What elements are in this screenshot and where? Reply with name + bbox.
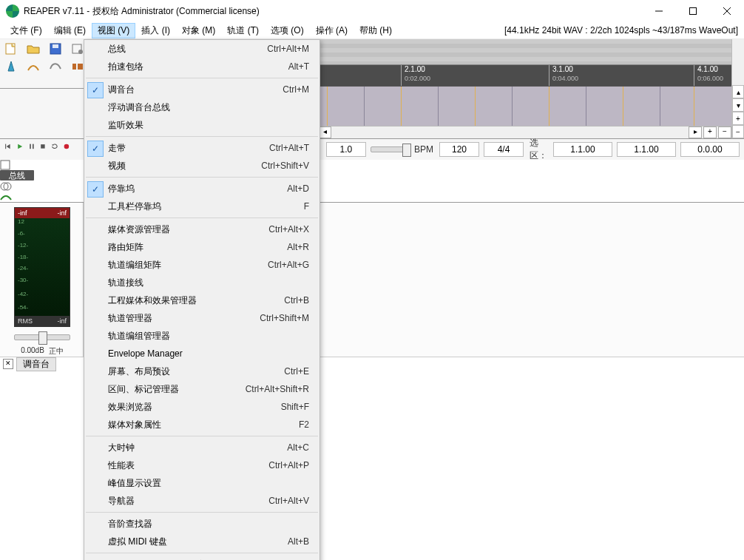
save-project-icon[interactable] xyxy=(49,42,64,57)
rate-slider[interactable] xyxy=(371,146,408,152)
menu-item[interactable]: 工程媒体和效果管理器Ctrl+B xyxy=(84,291,319,309)
close-tab-icon[interactable]: ✕ xyxy=(3,359,13,369)
menu-item-shortcut: Ctrl+E xyxy=(284,366,309,377)
new-project-icon[interactable] xyxy=(4,42,19,57)
menu-item[interactable]: ✓走带Ctrl+Alt+T xyxy=(84,139,319,157)
menu-item[interactable]: 性能表Ctrl+Alt+P xyxy=(84,456,319,474)
menu-item[interactable]: 监听效果 xyxy=(84,116,319,134)
menu-item[interactable]: 浮动调音台总线 xyxy=(84,98,319,116)
menu-item-label: 调音台 xyxy=(108,84,283,96)
master-meter: -inf-inf 12 -6- -12- -18- -24- -30- -42-… xyxy=(14,207,70,327)
menu-item[interactable]: 效果浏览器Shift+F xyxy=(84,398,319,416)
menu-options[interactable]: 选项 (O) xyxy=(265,23,310,38)
view-menu-dropdown: 总线Ctrl+Alt+M拍速包络Alt+T✓调音台Ctrl+M浮动调音台总线监听… xyxy=(84,39,320,560)
selection-length[interactable]: 0.0.00 xyxy=(680,142,740,157)
svg-rect-12 xyxy=(30,144,31,149)
minimize-button[interactable] xyxy=(642,0,676,22)
zoom-out-v-icon[interactable]: − xyxy=(732,125,744,138)
loop-button[interactable] xyxy=(51,143,58,156)
menu-item-label: 停靠坞 xyxy=(108,183,287,195)
check-icon: ✓ xyxy=(87,82,104,98)
pan-slider[interactable] xyxy=(14,334,70,340)
rewind-button[interactable] xyxy=(4,143,12,156)
master-label[interactable]: 总线 xyxy=(0,170,34,181)
menu-item-shortcut: Ctrl+Alt+P xyxy=(268,460,309,470)
menu-item[interactable]: ✓停靠坞Alt+D xyxy=(84,180,319,198)
menu-item-label: 工具栏停靠坞 xyxy=(108,200,304,213)
menu-file[interactable]: 文件 (F) xyxy=(4,23,48,38)
menu-view[interactable]: 视图 (V) xyxy=(92,23,135,38)
menu-item[interactable]: 音阶查找器 xyxy=(84,515,319,533)
menu-item[interactable]: ✓调音台Ctrl+M xyxy=(84,81,319,98)
selection-end[interactable]: 1.1.00 xyxy=(617,142,676,157)
mixer-tab[interactable]: 调音台 xyxy=(16,357,56,371)
menu-item[interactable]: 视频Ctrl+Shift+V xyxy=(84,157,319,175)
scroll-up-icon[interactable]: ▴ xyxy=(732,85,744,98)
metronome-icon[interactable] xyxy=(4,60,19,75)
menu-item-shortcut: Alt+R xyxy=(287,242,309,252)
menu-track[interactable]: 轨道 (T) xyxy=(221,23,265,38)
stop-button[interactable] xyxy=(39,143,47,156)
open-project-icon[interactable] xyxy=(27,42,41,57)
menu-edit[interactable]: 编辑 (E) xyxy=(48,23,92,38)
menu-item[interactable]: 轨道管理器Ctrl+Shift+M xyxy=(84,309,319,327)
menu-item[interactable]: 轨道编组矩阵Ctrl+Alt+G xyxy=(84,256,319,274)
menu-item[interactable]: 对象 (M) xyxy=(176,23,221,38)
menu-item-label: 总线 xyxy=(108,43,267,55)
menu-item[interactable]: 媒体资源管理器Ctrl+Alt+X xyxy=(84,220,319,238)
pan-readout[interactable]: 正中 xyxy=(49,346,64,357)
vertical-scrollbar[interactable]: ▴ ▾ + − xyxy=(731,39,744,138)
auto-crossfade-icon[interactable] xyxy=(27,60,41,75)
horizontal-scrollbar[interactable]: ◂ ▸ + − xyxy=(317,126,731,138)
menu-item-shortcut: Ctrl+M xyxy=(283,84,309,95)
zoom-in-v-icon[interactable]: + xyxy=(732,112,744,125)
menu-item-label: 拍速包络 xyxy=(108,61,288,73)
title-bar: REAPER v7.11 - 授权给 Administrator (Commer… xyxy=(0,0,744,22)
menu-item-shortcut: Shift+F xyxy=(281,402,309,412)
menu-item[interactable]: 轨道接线 xyxy=(84,274,319,291)
play-button[interactable] xyxy=(16,143,24,156)
menu-item[interactable]: 路由矩阵Alt+R xyxy=(84,238,319,256)
menu-item[interactable]: 工具栏停靠坞F xyxy=(84,198,319,215)
menu-actions[interactable]: 操作 (A) xyxy=(310,23,354,38)
envelope-icon[interactable] xyxy=(49,60,64,75)
menu-insert[interactable]: 插入 (I) xyxy=(135,23,176,38)
timesig-value[interactable]: 4/4 xyxy=(484,142,524,157)
audio-device-status[interactable]: [44.1kHz 24bit WAV : 2/2ch 1024spls ~43/… xyxy=(504,25,738,36)
menu-item[interactable]: 大时钟Alt+C xyxy=(84,439,319,456)
record-button[interactable] xyxy=(63,143,70,156)
menu-item[interactable]: 导航器Ctrl+Alt+V xyxy=(84,492,319,510)
bpm-value[interactable]: 120 xyxy=(439,142,479,157)
close-button[interactable] xyxy=(710,0,744,22)
menu-item[interactable]: 轨道编组管理器 xyxy=(84,327,319,345)
menu-item[interactable]: Envelope Manager xyxy=(84,345,319,362)
arrange-area[interactable] xyxy=(317,86,731,126)
zoom-out-h-icon[interactable]: − xyxy=(718,126,731,138)
menu-item[interactable]: 区间、标记管理器Ctrl+Alt+Shift+R xyxy=(84,380,319,398)
menu-item-shortcut: Alt+B xyxy=(288,536,309,547)
menu-item[interactable]: 虚拟 MIDI 键盘Alt+B xyxy=(84,533,319,550)
master-strip[interactable]: -inf-inf 12 -6- -12- -18- -24- -30- -42-… xyxy=(1,203,84,357)
volume-readout[interactable]: 0.00dB xyxy=(21,346,44,357)
svg-point-15 xyxy=(64,144,70,149)
pause-button[interactable] xyxy=(28,143,35,156)
svg-rect-4 xyxy=(6,44,15,54)
timeline-ruler[interactable]: 2.1.000:02.000 3.1.000:04.000 4.1.000:06… xyxy=(317,65,731,86)
maximize-button[interactable] xyxy=(676,0,710,22)
menu-item[interactable]: 显示或隐藏所有浮动的窗口Ctrl+Alt+F xyxy=(84,556,319,560)
selection-start[interactable]: 1.1.00 xyxy=(553,142,612,157)
menu-item-label: 音阶查找器 xyxy=(108,518,309,530)
menu-item[interactable]: 峰值显示设置 xyxy=(84,474,319,492)
rate-value[interactable]: 1.0 xyxy=(326,142,366,157)
menu-item[interactable]: 媒体对象属性F2 xyxy=(84,416,319,434)
menu-item[interactable]: 屏幕、布局预设Ctrl+E xyxy=(84,362,319,380)
scroll-right-icon[interactable]: ▸ xyxy=(689,126,702,138)
arrange-top-strip xyxy=(317,39,731,65)
menu-item[interactable]: 总线Ctrl+Alt+M xyxy=(84,40,319,58)
peak-right: -inf xyxy=(57,208,67,218)
zoom-in-h-icon[interactable]: + xyxy=(703,126,717,138)
menu-help[interactable]: 帮助 (H) xyxy=(354,23,398,38)
menu-item-label: 媒体对象属性 xyxy=(108,419,299,431)
scroll-down-icon[interactable]: ▾ xyxy=(732,98,744,112)
menu-item[interactable]: 拍速包络Alt+T xyxy=(84,58,319,75)
